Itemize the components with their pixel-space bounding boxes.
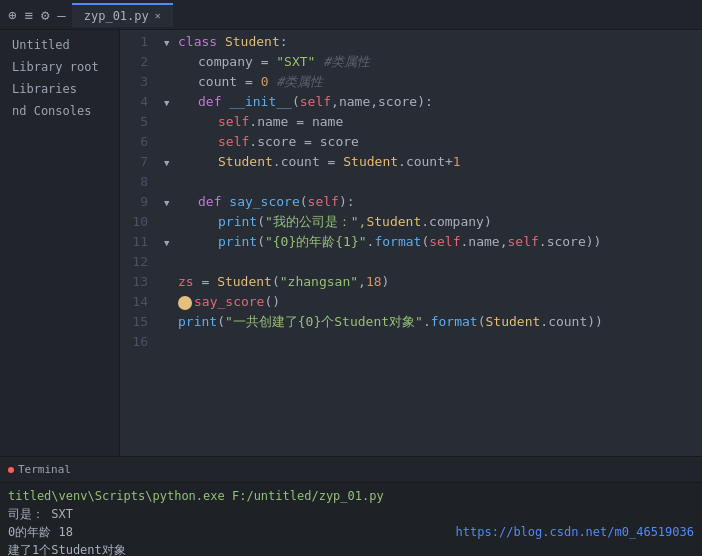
code-line-5: self.name = name (164, 112, 702, 132)
code-container: 12345 678910 1112131415 16 ▼ class Stude… (120, 30, 702, 456)
fold-arrow-7[interactable]: ▼ (164, 158, 169, 168)
line-numbers: 12345 678910 1112131415 16 (120, 30, 156, 456)
tab-zyp01[interactable]: zyp_01.py ✕ (72, 3, 173, 27)
fold-arrow-4[interactable]: ▼ (164, 98, 169, 108)
code-line-7: ▼ Student.count = Student.count+1 (164, 152, 702, 172)
terminal-watermark: https://blog.csdn.net/m0_46519036 (456, 523, 694, 541)
code-line-16 (164, 332, 702, 352)
gutter-7: ▼ (164, 152, 178, 173)
sidebar-item-consoles[interactable]: nd Consoles (0, 100, 119, 122)
sidebar: Untitled Library root Libraries nd Conso… (0, 30, 120, 456)
sidebar-item-library-root[interactable]: Library root (0, 56, 119, 78)
terminal-area: Terminal titled\venv\Scripts\python.exe … (0, 456, 702, 556)
terminal-output-2: 0的年龄 18 https://blog.csdn.net/m0_4651903… (8, 523, 694, 541)
gutter-4: ▼ (164, 92, 178, 113)
editor[interactable]: 12345 678910 1112131415 16 ▼ class Stude… (120, 30, 702, 456)
code-line-3: count = 0 #类属性 (164, 72, 702, 92)
toolbar-icons: ⊕ ≡ ⚙ — (8, 7, 66, 23)
sidebar-item-libraries[interactable]: Libraries (0, 78, 119, 100)
code-line-14: say_score() (164, 292, 702, 312)
main-area: Untitled Library root Libraries nd Conso… (0, 30, 702, 456)
code-line-1: ▼ class Student: (164, 32, 702, 52)
tab-label: zyp_01.py (84, 9, 149, 23)
settings-icon[interactable]: ⚙ (41, 7, 49, 23)
terminal-output-3: 建了1个Student对象 (8, 541, 694, 556)
code-line-6: self.score = score (164, 132, 702, 152)
terminal-path: titled\venv\Scripts\python.exe F:/untitl… (8, 489, 384, 503)
terminal-label: Terminal (18, 463, 71, 476)
minimize-icon[interactable]: — (57, 7, 65, 23)
code-line-4: ▼ def __init__(self,name,score): (164, 92, 702, 112)
terminal-toolbar: Terminal (0, 457, 702, 483)
code-line-11: ▼ print("{0}的年龄{1}".format(self.name,sel… (164, 232, 702, 252)
fold-arrow-11[interactable]: ▼ (164, 238, 169, 248)
tab-close-icon[interactable]: ✕ (155, 10, 161, 21)
sidebar-item-untitled[interactable]: Untitled (0, 34, 119, 56)
code-line-12 (164, 252, 702, 272)
fold-arrow-1[interactable]: ▼ (164, 38, 169, 48)
code-lines: ▼ class Student: company = "SXT" #类属性 co… (156, 30, 702, 456)
fold-arrow-9[interactable]: ▼ (164, 198, 169, 208)
terminal-line-path: titled\venv\Scripts\python.exe F:/untitl… (8, 487, 694, 505)
code-line-10: print("我的公司是：",Student.company) (164, 212, 702, 232)
code-line-9: ▼ def say_score(self): (164, 192, 702, 212)
code-line-13: zs = Student("zhangsan",18) (164, 272, 702, 292)
split-icon[interactable]: ≡ (24, 7, 32, 23)
code-line-2: company = "SXT" #类属性 (164, 52, 702, 72)
terminal-output-1: 司是： SXT (8, 505, 694, 523)
gutter-9: ▼ (164, 192, 178, 213)
gutter-11: ▼ (164, 232, 178, 253)
terminal-dot (8, 467, 14, 473)
top-bar: ⊕ ≡ ⚙ — zyp_01.py ✕ (0, 0, 702, 30)
code-line-15: print("一共创建了{0}个Student对象".format(Studen… (164, 312, 702, 332)
add-icon[interactable]: ⊕ (8, 7, 16, 23)
gutter-1: ▼ (164, 32, 178, 53)
terminal-content: titled\venv\Scripts\python.exe F:/untitl… (0, 483, 702, 556)
code-line-8 (164, 172, 702, 192)
